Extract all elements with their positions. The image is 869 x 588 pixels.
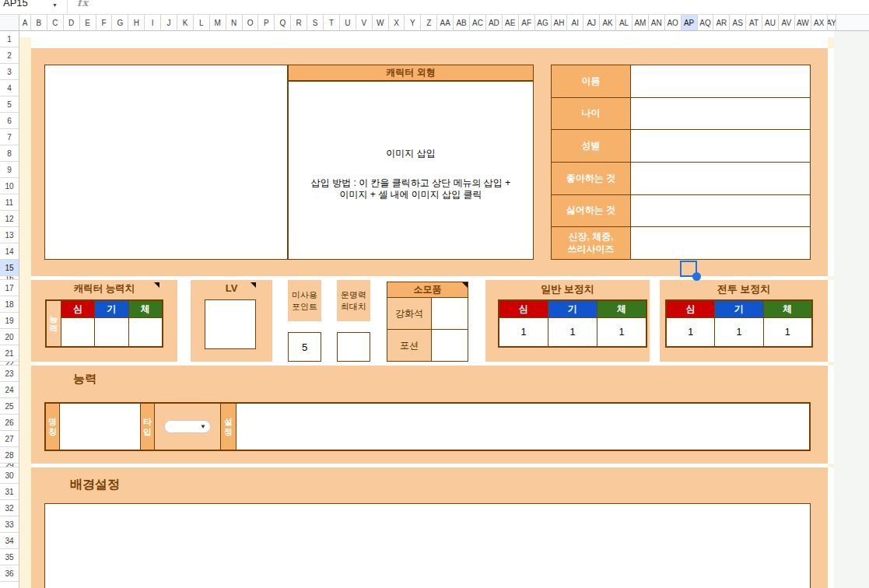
row-header-13[interactable]: 13 [0, 227, 19, 243]
column-header-M[interactable]: M [210, 15, 226, 31]
ability-desc-cell[interactable] [237, 404, 809, 450]
profile-value-cell[interactable] [631, 65, 810, 97]
column-header-Y[interactable]: Y [405, 15, 421, 31]
column-header-AD[interactable]: AD [486, 15, 503, 31]
modifier-value-cell[interactable]: 1 [548, 318, 597, 346]
profile-value-cell[interactable] [631, 130, 810, 162]
column-header-H[interactable]: H [128, 15, 145, 31]
column-header-AO[interactable]: AO [665, 15, 682, 31]
modifier-value-cell[interactable]: 1 [499, 318, 548, 346]
column-header-AX[interactable]: AX [811, 15, 828, 31]
row-header-34[interactable]: 34 [0, 533, 19, 549]
column-header-A[interactable]: A [19, 15, 31, 31]
column-header-S[interactable]: S [307, 15, 324, 31]
fate-max-cell[interactable] [337, 332, 370, 362]
column-header-AJ[interactable]: AJ [583, 15, 600, 31]
column-header-AQ[interactable]: AQ [698, 15, 714, 31]
unused-points-cell[interactable]: 5 [288, 332, 321, 362]
select-all-corner[interactable] [0, 15, 19, 31]
image-placeholder-cell[interactable]: 이미지 삽입 삽입 방법 : 이 칸을 클릭하고 상단 메뉴의 삽입 + 이미지… [288, 81, 534, 260]
modifier-value-cell[interactable]: 1 [597, 318, 646, 346]
column-header-D[interactable]: D [64, 15, 80, 31]
row-header-5[interactable]: 5 [0, 96, 19, 113]
row-header-1[interactable]: 1 [0, 31, 19, 47]
profile-value-cell[interactable] [631, 195, 810, 227]
row-header-24[interactable]: 24 [0, 382, 19, 398]
column-header-P[interactable]: P [258, 15, 275, 31]
consumable-value-cell[interactable] [432, 298, 468, 329]
column-header-AT[interactable]: AT [746, 15, 762, 31]
row-header-9[interactable]: 9 [0, 162, 19, 178]
column-header-W[interactable]: W [373, 15, 389, 31]
column-header-AY[interactable]: AY [828, 15, 836, 31]
column-header-E[interactable]: E [80, 15, 96, 31]
column-header-AP[interactable]: AP [682, 15, 698, 31]
column-header-U[interactable]: U [340, 15, 356, 31]
row-header-15[interactable]: 15 [0, 260, 19, 276]
column-header-J[interactable]: J [161, 15, 177, 31]
column-header-X[interactable]: X [389, 15, 405, 31]
profile-value-cell[interactable] [631, 98, 810, 130]
character-image-cell[interactable] [44, 65, 288, 260]
column-header-AM[interactable]: AM [632, 15, 649, 31]
row-header-28[interactable]: 28 [0, 447, 19, 464]
column-header-AC[interactable]: AC [470, 15, 486, 31]
row-header-12[interactable]: 12 [0, 211, 19, 227]
column-header-AL[interactable]: AL [616, 15, 632, 31]
column-header-AH[interactable]: AH [552, 15, 568, 31]
column-header-AN[interactable]: AN [649, 15, 665, 31]
row-header-23[interactable]: 23 [0, 366, 19, 382]
name-box[interactable]: AP15 ▼ [0, 0, 61, 9]
column-header-K[interactable]: K [177, 15, 194, 31]
column-header-AS[interactable]: AS [730, 15, 746, 31]
column-header-AW[interactable]: AW [795, 15, 811, 31]
column-header-AU[interactable]: AU [762, 15, 779, 31]
stat-value-cell[interactable] [129, 318, 162, 346]
profile-value-cell[interactable] [631, 163, 810, 194]
row-header-6[interactable]: 6 [0, 113, 19, 129]
selection-fill-handle[interactable] [692, 272, 701, 281]
row-header-21[interactable]: 21 [0, 345, 19, 362]
profile-value-cell[interactable] [631, 227, 810, 259]
background-text-cell[interactable] [44, 503, 811, 588]
level-value-cell[interactable] [205, 299, 256, 349]
chevron-down-icon[interactable]: ▼ [52, 2, 58, 8]
column-header-G[interactable]: G [112, 15, 128, 31]
column-header-AE[interactable]: AE [503, 15, 519, 31]
column-header-N[interactable]: N [226, 15, 243, 31]
row-header-27[interactable]: 27 [0, 431, 19, 447]
row-header-20[interactable]: 20 [0, 329, 19, 345]
row-header-10[interactable]: 10 [0, 178, 19, 194]
active-cell-selection[interactable] [680, 261, 697, 277]
row-header-19[interactable]: 19 [0, 313, 19, 329]
column-header-AA[interactable]: AA [437, 15, 454, 31]
row-header-14[interactable]: 14 [0, 243, 19, 260]
row-header-33[interactable]: 33 [0, 516, 19, 533]
column-header-O[interactable]: O [243, 15, 259, 31]
column-header-T[interactable]: T [324, 15, 340, 31]
modifier-value-cell[interactable]: 1 [667, 318, 715, 346]
column-header-R[interactable]: R [291, 15, 307, 31]
type-dropdown[interactable]: ▼ [164, 420, 211, 433]
row-header-8[interactable]: 8 [0, 145, 19, 162]
column-header-C[interactable]: C [47, 15, 64, 31]
row-header-7[interactable]: 7 [0, 129, 19, 145]
column-header-B[interactable]: B [31, 15, 47, 31]
row-header-26[interactable]: 26 [0, 415, 19, 431]
row-header-4[interactable]: 4 [0, 80, 19, 96]
stat-value-cell[interactable] [61, 318, 95, 346]
column-header-AG[interactable]: AG [535, 15, 552, 31]
column-header-Z[interactable]: Z [421, 15, 437, 31]
row-header-18[interactable]: 18 [0, 296, 19, 313]
row-header-2[interactable]: 2 [0, 47, 19, 64]
modifier-value-cell[interactable]: 1 [764, 318, 811, 346]
consumable-value-cell[interactable] [432, 330, 468, 361]
row-header-30[interactable]: 30 [0, 467, 19, 484]
column-header-AK[interactable]: AK [600, 15, 616, 31]
row-header-31[interactable]: 31 [0, 484, 19, 500]
column-header-L[interactable]: L [194, 15, 210, 31]
column-header-V[interactable]: V [356, 15, 373, 31]
column-header-AB[interactable]: AB [454, 15, 470, 31]
column-header-I[interactable]: I [145, 15, 161, 31]
ability-name-cell[interactable] [60, 404, 141, 450]
